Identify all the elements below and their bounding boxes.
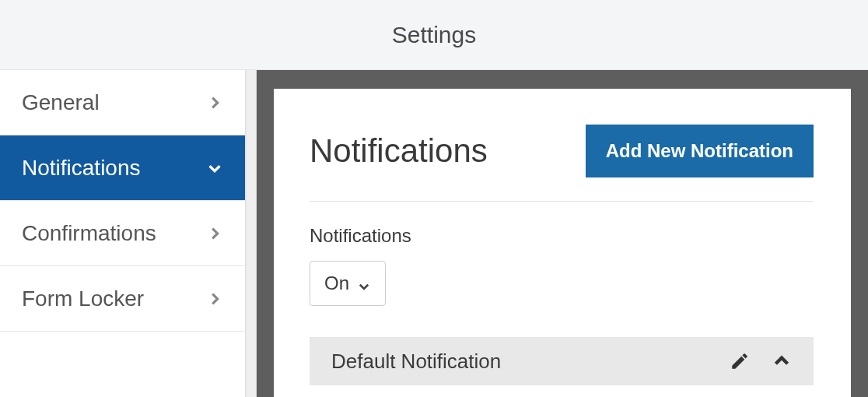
chevron-right-icon (206, 225, 223, 242)
main-panel: Notifications Add New Notification Notif… (274, 89, 851, 397)
sidebar-item-label: Form Locker (22, 286, 144, 311)
sidebar-item-label: General (22, 90, 100, 115)
notification-item-actions (730, 351, 792, 371)
sidebar-item-general[interactable]: General (0, 70, 245, 135)
chevron-right-icon (206, 290, 223, 307)
sidebar-item-notifications[interactable]: Notifications (0, 135, 245, 201)
header-bar: Settings (0, 0, 868, 70)
notifications-toggle-label: Notifications (310, 225, 814, 247)
content-wrapper: General Notifications Confirmations Form… (0, 70, 868, 397)
main-frame: Notifications Add New Notification Notif… (257, 70, 868, 397)
scrollbar-track[interactable] (246, 70, 257, 397)
sidebar-item-confirmations[interactable]: Confirmations (0, 201, 245, 266)
panel-title: Notifications (310, 132, 488, 170)
notification-item-header[interactable]: Default Notification (310, 337, 814, 385)
panel-header: Notifications Add New Notification (310, 125, 814, 202)
notifications-toggle-dropdown[interactable]: On (310, 261, 386, 306)
chevron-down-icon (206, 160, 223, 177)
sidebar-item-label: Confirmations (22, 221, 156, 246)
edit-icon[interactable] (730, 351, 750, 371)
chevron-right-icon (206, 94, 223, 111)
add-new-notification-button[interactable]: Add New Notification (586, 125, 814, 177)
sidebar-item-form-locker[interactable]: Form Locker (0, 266, 245, 332)
page-title: Settings (392, 22, 476, 48)
chevron-down-icon (357, 276, 371, 290)
notification-item-title: Default Notification (331, 350, 501, 374)
settings-sidebar: General Notifications Confirmations Form… (0, 70, 246, 397)
dropdown-value: On (324, 272, 349, 294)
sidebar-item-label: Notifications (22, 156, 141, 181)
chevron-up-icon[interactable] (772, 351, 792, 371)
